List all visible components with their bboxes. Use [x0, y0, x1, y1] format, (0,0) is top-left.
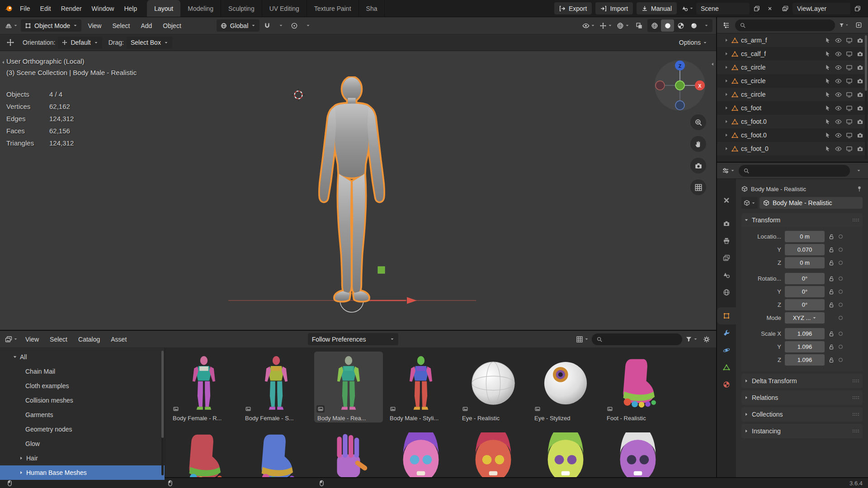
- selectable-toggle[interactable]: [825, 145, 831, 152]
- expand-arrow-icon[interactable]: [724, 146, 729, 151]
- animate-dot[interactable]: [839, 277, 843, 281]
- drag-grip-icon[interactable]: [852, 412, 860, 417]
- asset-card[interactable]: [604, 427, 672, 477]
- object-type-visibility-button[interactable]: [581, 20, 596, 32]
- show-overlays-button[interactable]: [615, 20, 631, 32]
- xray-toggle[interactable]: [632, 19, 646, 32]
- asset-card[interactable]: Body Female - R...: [170, 352, 238, 422]
- asset-search-input[interactable]: [605, 336, 678, 343]
- menu-add[interactable]: Add: [136, 19, 156, 32]
- import-button[interactable]: Import: [595, 2, 633, 14]
- catalog-geometry-nodes[interactable]: Geometry nodes: [0, 422, 165, 436]
- asset-card[interactable]: Foot - Realistic: [604, 352, 672, 422]
- mode-dropdown[interactable]: Object Mode: [21, 19, 81, 32]
- show-gizmo-button[interactable]: [598, 20, 613, 32]
- relations-section[interactable]: Relations: [741, 390, 863, 405]
- render-disable-toggle[interactable]: [857, 145, 863, 152]
- menu-edit[interactable]: Edit: [36, 2, 56, 15]
- scene-unlink-button[interactable]: [764, 3, 776, 14]
- asset-card[interactable]: [387, 427, 455, 477]
- drag-grip-icon[interactable]: [852, 395, 860, 400]
- viewport-disable-toggle[interactable]: [846, 91, 853, 98]
- manual-button[interactable]: Manual: [637, 2, 677, 14]
- proportional-editing-dropdown[interactable]: [302, 20, 314, 32]
- selectable-toggle[interactable]: [825, 78, 831, 84]
- outliner-filter-button[interactable]: [838, 19, 850, 31]
- animate-dot[interactable]: [839, 303, 843, 307]
- scale-x-field[interactable]: 1.096: [785, 328, 825, 339]
- asset-card[interactable]: [170, 427, 238, 477]
- animate-dot[interactable]: [839, 345, 843, 349]
- shading-rendered-button[interactable]: [687, 19, 700, 32]
- expand-arrow-icon[interactable]: [724, 52, 729, 56]
- catalog-all[interactable]: All: [0, 350, 165, 364]
- tab-world[interactable]: [717, 284, 736, 301]
- viewport-disable-toggle[interactable]: [846, 145, 853, 152]
- selectable-toggle[interactable]: [825, 51, 831, 57]
- selectable-toggle[interactable]: [825, 37, 831, 43]
- catalog-scrollbar[interactable]: [161, 351, 164, 475]
- scale-y-field[interactable]: 1.096: [785, 341, 825, 352]
- viewport-disable-toggle[interactable]: [846, 78, 853, 84]
- lock-icon[interactable]: [828, 331, 835, 337]
- expand-arrow-icon[interactable]: [724, 106, 729, 110]
- outliner-item[interactable]: cs_circle: [717, 61, 868, 74]
- hide-toggle[interactable]: [835, 118, 842, 125]
- workspace-tab-layout[interactable]: Layout: [147, 0, 180, 17]
- expand-arrow-icon[interactable]: [724, 133, 729, 137]
- properties-options-button[interactable]: [853, 165, 864, 177]
- axis-neg-z-ball[interactable]: [675, 101, 684, 110]
- tab-tool[interactable]: [717, 192, 736, 209]
- location-z-field[interactable]: 0 m: [785, 257, 825, 268]
- asset-card[interactable]: Body Female - S...: [242, 352, 311, 422]
- tab-render[interactable]: [717, 215, 736, 232]
- transform-panel-header[interactable]: Transform: [741, 213, 863, 227]
- blender-logo-icon[interactable]: [3, 3, 14, 14]
- rotation-x-field[interactable]: 0°: [785, 273, 825, 284]
- lock-icon[interactable]: [828, 357, 835, 363]
- object-browse-button[interactable]: [741, 197, 758, 209]
- outliner-item[interactable]: cs_circle: [717, 74, 868, 88]
- asset-filter-button[interactable]: [684, 333, 699, 345]
- hide-toggle[interactable]: [835, 132, 842, 139]
- catalog-collision-meshes[interactable]: Collision meshes: [0, 393, 165, 408]
- menu-file[interactable]: File: [15, 2, 35, 15]
- animate-dot[interactable]: [839, 248, 843, 252]
- hide-toggle[interactable]: [835, 105, 842, 112]
- delta-transform-section[interactable]: Delta Transform: [741, 374, 863, 388]
- properties-search-input[interactable]: [752, 167, 845, 174]
- menu-help[interactable]: Help: [119, 2, 142, 15]
- menu-object[interactable]: Object: [158, 19, 185, 32]
- animate-dot[interactable]: [839, 261, 843, 265]
- asset-card[interactable]: [459, 427, 528, 477]
- render-disable-toggle[interactable]: [857, 64, 863, 71]
- drag-dropdown[interactable]: Select Box: [127, 37, 172, 49]
- tab-scene[interactable]: [717, 267, 736, 284]
- viewlayer-name-field[interactable]: ViewLayer: [793, 3, 850, 14]
- menu-render[interactable]: Render: [57, 2, 86, 15]
- outliner-item[interactable]: cs_foot_0: [717, 142, 868, 155]
- render-disable-toggle[interactable]: [857, 78, 863, 84]
- options-dropdown[interactable]: Options: [675, 36, 712, 49]
- collections-section[interactable]: Collections: [741, 407, 863, 422]
- workspace-tab-modeling[interactable]: Modeling: [180, 0, 221, 17]
- lock-icon[interactable]: [828, 234, 835, 240]
- outliner-item[interactable]: cs_arm_f: [717, 33, 868, 47]
- workspace-tab-texture-paint[interactable]: Texture Paint: [307, 0, 359, 17]
- region-collapse-arrow[interactable]: [710, 62, 715, 66]
- workspace-tab-shading[interactable]: Sha: [359, 0, 385, 17]
- catalog-cloth-examples[interactable]: Cloth examples: [0, 379, 165, 393]
- menu-window[interactable]: Window: [87, 2, 119, 15]
- rotation-y-field[interactable]: 0°: [785, 286, 825, 297]
- expand-arrow-icon[interactable]: [724, 79, 729, 83]
- selectable-toggle[interactable]: [825, 64, 831, 70]
- tab-object-data[interactable]: [717, 359, 736, 376]
- render-disable-toggle[interactable]: [857, 37, 863, 44]
- expand-arrow-icon[interactable]: [724, 92, 729, 97]
- location-y-field[interactable]: 0.070: [785, 244, 825, 255]
- perspective-toggle-button[interactable]: [690, 179, 706, 195]
- viewport-disable-toggle[interactable]: [846, 105, 853, 112]
- hide-toggle[interactable]: [835, 64, 842, 71]
- outliner-scrollbar[interactable]: [865, 35, 867, 159]
- animate-dot[interactable]: [839, 290, 843, 294]
